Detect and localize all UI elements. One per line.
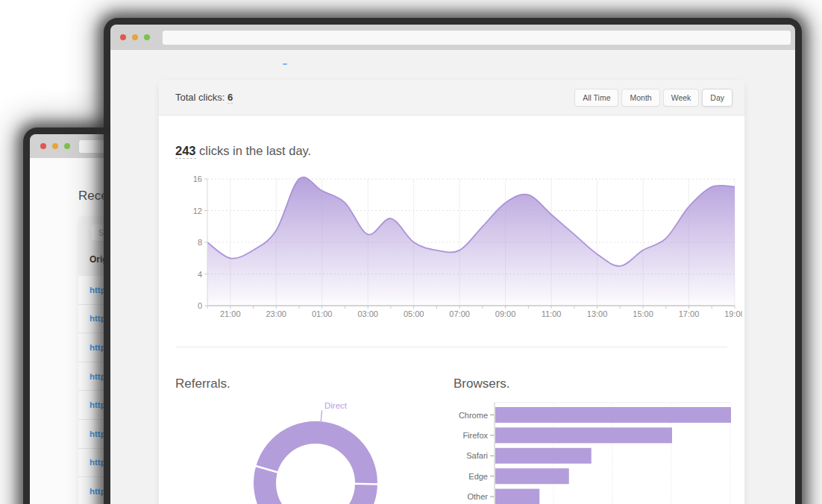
svg-text:19:00: 19:00 bbox=[724, 309, 742, 318]
total-clicks-value: 6 bbox=[228, 92, 233, 104]
svg-text:12: 12 bbox=[193, 207, 202, 215]
svg-text:Edge: Edge bbox=[468, 472, 488, 481]
blue-dash-decoration bbox=[283, 63, 287, 65]
svg-text:03:00: 03:00 bbox=[357, 309, 378, 318]
close-window-icon[interactable] bbox=[120, 34, 126, 40]
svg-text:17:00: 17:00 bbox=[679, 309, 700, 318]
donut-slice-label: Direct bbox=[324, 401, 347, 410]
svg-text:07:00: 07:00 bbox=[449, 309, 470, 318]
front-traffic-lights bbox=[120, 34, 150, 40]
svg-text:8: 8 bbox=[198, 238, 202, 247]
svg-text:0: 0 bbox=[198, 301, 202, 310]
front-window-chrome bbox=[110, 25, 795, 50]
svg-text:23:00: 23:00 bbox=[266, 309, 286, 318]
svg-text:4: 4 bbox=[198, 270, 202, 279]
front-url-bar[interactable] bbox=[163, 31, 791, 45]
clicks-headline: 243 clicks in the last day. bbox=[175, 144, 311, 158]
svg-text:09:00: 09:00 bbox=[495, 309, 516, 318]
clicks-count: 243 bbox=[175, 144, 196, 159]
svg-text:16: 16 bbox=[193, 174, 202, 183]
minimize-window-icon[interactable] bbox=[52, 143, 58, 149]
filter-buttons: All TimeMonthWeekDay bbox=[574, 89, 732, 107]
svg-text:Safari: Safari bbox=[466, 451, 488, 460]
close-window-icon[interactable] bbox=[40, 143, 46, 149]
minimize-window-icon[interactable] bbox=[132, 34, 138, 40]
svg-text:05:00: 05:00 bbox=[404, 309, 424, 318]
svg-text:13:00: 13:00 bbox=[587, 309, 608, 318]
section-divider bbox=[176, 347, 727, 347]
filter-button-all-time[interactable]: All Time bbox=[574, 89, 618, 107]
browsers-title: Browsers. bbox=[454, 377, 510, 391]
svg-text:Firefox: Firefox bbox=[462, 431, 488, 440]
total-clicks: Total clicks: 6 bbox=[175, 92, 233, 103]
analytics-card: Total clicks: 6 All TimeMonthWeekDay 243… bbox=[159, 80, 744, 504]
filter-button-month[interactable]: Month bbox=[621, 89, 659, 107]
browsers-bar-chart: ChromeFirefoxSafariEdgeOther bbox=[456, 399, 742, 504]
filter-button-week[interactable]: Week bbox=[663, 89, 700, 107]
svg-text:Chrome: Chrome bbox=[459, 411, 488, 420]
analytics-card-header: Total clicks: 6 All TimeMonthWeekDay bbox=[159, 80, 744, 116]
svg-text:15:00: 15:00 bbox=[633, 309, 653, 318]
maximize-window-icon[interactable] bbox=[64, 143, 70, 149]
clicks-area-chart: 048121621:0023:0001:0003:0005:0007:0009:… bbox=[175, 170, 742, 323]
filter-button-day[interactable]: Day bbox=[702, 89, 732, 107]
back-traffic-lights bbox=[40, 143, 70, 149]
svg-text:21:00: 21:00 bbox=[220, 309, 241, 318]
referrals-donut-chart bbox=[241, 409, 390, 504]
analytics-browser-window: Total clicks: 6 All TimeMonthWeekDay 243… bbox=[110, 25, 795, 504]
referrals-title: Referrals. bbox=[175, 377, 230, 391]
maximize-window-icon[interactable] bbox=[144, 34, 150, 40]
total-clicks-label: Total clicks: bbox=[175, 92, 225, 103]
svg-text:Other: Other bbox=[467, 492, 488, 501]
svg-text:01:00: 01:00 bbox=[312, 309, 333, 318]
svg-text:11:00: 11:00 bbox=[542, 309, 562, 318]
page: Recent Origin https:https:https:https:ht… bbox=[0, 0, 822, 504]
clicks-headline-text: clicks in the last day. bbox=[196, 144, 312, 157]
